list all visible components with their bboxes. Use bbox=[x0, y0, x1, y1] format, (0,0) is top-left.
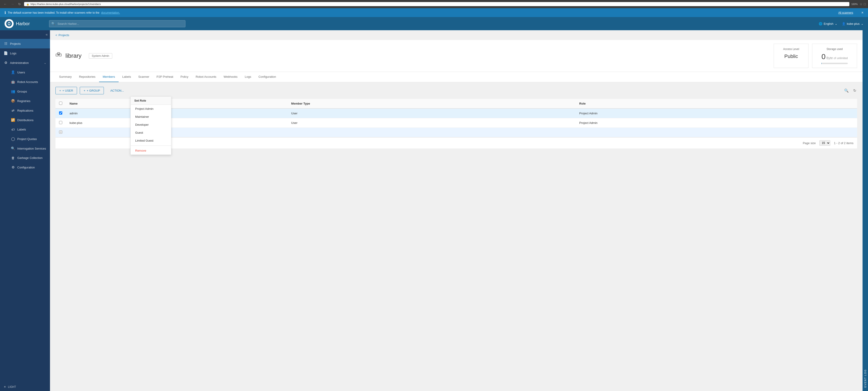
set-role-header: Set Role bbox=[131, 97, 171, 105]
project-stats: Access Level Public Storage used 0 Byte … bbox=[774, 43, 857, 68]
add-group-button[interactable]: + + GROUP bbox=[80, 87, 104, 94]
table-row bbox=[56, 128, 857, 137]
sidebar-item-replications[interactable]: ⇄ Replications bbox=[7, 106, 50, 115]
project-name: library bbox=[65, 52, 82, 59]
projects-icon: ☷ bbox=[4, 41, 8, 46]
sidebar-item-labels[interactable]: 🏷 Labels bbox=[7, 125, 50, 134]
plus-icon: + bbox=[84, 89, 86, 92]
logs-icon: 📄 bbox=[4, 51, 8, 55]
dropdown-item-limited-guest[interactable]: Limited Guest bbox=[131, 137, 171, 145]
browser-chrome: ← → ↻ 🔒 https://harbor.demo.kube-plus.cl… bbox=[0, 0, 868, 8]
tab-labels[interactable]: Labels bbox=[119, 72, 134, 82]
sidebar-item-distributions[interactable]: 🔁 Distributions bbox=[7, 115, 50, 125]
dropdown-item-project-admin[interactable]: Project Admin bbox=[131, 105, 171, 113]
dropdown-item-remove[interactable]: Remove bbox=[131, 147, 171, 155]
sidebar-item-projects[interactable]: ☷ Projects bbox=[0, 39, 50, 49]
sidebar-collapse-button[interactable]: « bbox=[0, 30, 50, 39]
sidebar-item-project-quotas[interactable]: ◯ Project Quotas bbox=[7, 134, 50, 144]
select-all-header[interactable] bbox=[56, 99, 66, 109]
lock-icon: 🔒 bbox=[26, 3, 29, 5]
sidebar-label-configuration: Configuration bbox=[17, 166, 35, 169]
row-checkbox[interactable] bbox=[59, 111, 62, 115]
member-role: Project Admin bbox=[576, 109, 857, 118]
sidebar-item-garbage-collection[interactable]: 🗑 Garbage Collection bbox=[7, 153, 50, 162]
search-input[interactable] bbox=[49, 20, 185, 27]
search-members-button[interactable]: 🔍 bbox=[843, 88, 849, 94]
dropdown-item-guest[interactable]: Guest bbox=[131, 129, 171, 137]
action-button[interactable]: ACTION... bbox=[106, 87, 127, 94]
search-bar[interactable]: 🔍 bbox=[49, 20, 185, 27]
user-menu[interactable]: 👤 kube-plus ⌄ bbox=[842, 22, 864, 26]
tab-policy[interactable]: Policy bbox=[177, 72, 192, 82]
tab-scanner[interactable]: Scanner bbox=[134, 72, 153, 82]
sidebar-label-robot-accounts: Robot Accounts bbox=[17, 80, 38, 84]
dropdown-item-developer[interactable]: Developer bbox=[131, 121, 171, 129]
users-icon: 👤 bbox=[11, 70, 15, 74]
star-icon[interactable]: ☆ bbox=[860, 2, 863, 6]
member-type: User bbox=[288, 109, 576, 118]
username-label: kube-plus bbox=[847, 22, 860, 26]
sidebar-label-projects: Projects bbox=[10, 42, 21, 46]
sidebar-item-interrogation[interactable]: 🔍 Interrogation Services bbox=[7, 144, 50, 153]
sidebar-label-logs: Logs bbox=[10, 52, 17, 55]
sidebar-item-logs[interactable]: 📄 Logs bbox=[0, 49, 50, 58]
tab-p2p-preheat[interactable]: P2P Preheat bbox=[153, 72, 177, 82]
main-content: < Projects library System Admin bbox=[50, 30, 863, 391]
table-row: kube-plus User Project Admin bbox=[56, 118, 857, 128]
sidebar-footer-theme[interactable]: ☀ LIGHT bbox=[0, 383, 50, 391]
close-notification-button[interactable]: × bbox=[861, 11, 864, 15]
row-checkbox-cell[interactable] bbox=[56, 109, 66, 118]
groups-icon: 👥 bbox=[11, 89, 15, 93]
add-user-button[interactable]: + + USER bbox=[56, 87, 77, 94]
project-role-badge: System Admin bbox=[89, 53, 112, 59]
action-label: ACTION... bbox=[110, 89, 124, 92]
sidebar-label-project-quotas: Project Quotas bbox=[17, 137, 37, 141]
add-user-label: + USER bbox=[62, 89, 73, 92]
toolbar-right: 🔍 ↻ bbox=[843, 88, 857, 94]
address-bar[interactable]: 🔒 https://harbor.demo.kube-plus.cloud/ha… bbox=[24, 2, 849, 6]
sidebar-item-users[interactable]: 👤 Users bbox=[7, 67, 50, 77]
event-log-tab[interactable]: EVENT LOG bbox=[863, 30, 868, 391]
sidebar-item-configuration[interactable]: ⚙ Configuration bbox=[7, 162, 50, 172]
tab-robot-accounts[interactable]: Robot Accounts bbox=[192, 72, 220, 82]
sidebar-label-replications: Replications bbox=[17, 109, 33, 112]
page-size-select[interactable]: 15 25 50 bbox=[819, 140, 830, 146]
col-role: Role bbox=[576, 99, 857, 109]
tab-summary[interactable]: Summary bbox=[56, 72, 75, 82]
tab-repositories[interactable]: Repositories bbox=[75, 72, 99, 82]
tab-webhooks[interactable]: Webhooks bbox=[220, 72, 241, 82]
row-checkbox-cell[interactable] bbox=[56, 118, 66, 128]
sidebar-item-registries[interactable]: 📦 Registries bbox=[7, 96, 50, 106]
select-all-checkbox[interactable] bbox=[59, 101, 62, 105]
tab-members[interactable]: Members bbox=[99, 72, 119, 82]
sidebar-label-distributions: Distributions bbox=[17, 118, 34, 122]
chevron-down-icon: ⌄ bbox=[861, 22, 864, 26]
sidebar-item-groups[interactable]: 👥 Groups bbox=[7, 87, 50, 96]
language-selector[interactable]: 🌐 English ⌄ bbox=[819, 22, 837, 26]
sidebar-item-robot-accounts[interactable]: 🤖 Robot Accounts bbox=[7, 77, 50, 87]
dropdown-item-maintainer[interactable]: Maintainer bbox=[131, 113, 171, 121]
tab-logs[interactable]: Logs bbox=[241, 72, 255, 82]
refresh-members-button[interactable]: ↻ bbox=[852, 88, 857, 94]
tab-configuration[interactable]: Configuration bbox=[255, 72, 279, 82]
col-member-type: Member Type bbox=[288, 99, 576, 109]
access-level-value: Public bbox=[783, 53, 799, 59]
browser-actions: ☆ □ bbox=[860, 2, 866, 6]
row-checkbox-indeterminate[interactable] bbox=[59, 130, 62, 134]
sidebar-item-administration[interactable]: ⚙ Administration ⌄ bbox=[0, 58, 50, 67]
back-button[interactable]: ← bbox=[2, 2, 8, 6]
all-scanners-link[interactable]: All scanners bbox=[838, 11, 853, 14]
main-header: Harbor 🔍 🌐 English ⌄ 👤 kube-plus ⌄ bbox=[0, 17, 868, 30]
documentation-link[interactable]: documentation. bbox=[101, 11, 120, 14]
row-checkbox[interactable] bbox=[59, 121, 62, 124]
labels-icon: 🏷 bbox=[11, 127, 15, 131]
plus-icon: + bbox=[59, 89, 61, 92]
chevron-down-icon: ⌄ bbox=[835, 22, 837, 26]
refresh-button[interactable]: ↻ bbox=[17, 2, 22, 6]
forward-button[interactable]: → bbox=[9, 2, 16, 6]
logo-area[interactable]: Harbor bbox=[4, 19, 45, 28]
breadcrumb[interactable]: < Projects bbox=[50, 30, 863, 40]
theme-label: LIGHT bbox=[8, 385, 16, 389]
browser-nav[interactable]: ← → ↻ bbox=[2, 2, 22, 6]
row-checkbox-cell[interactable] bbox=[56, 128, 66, 137]
